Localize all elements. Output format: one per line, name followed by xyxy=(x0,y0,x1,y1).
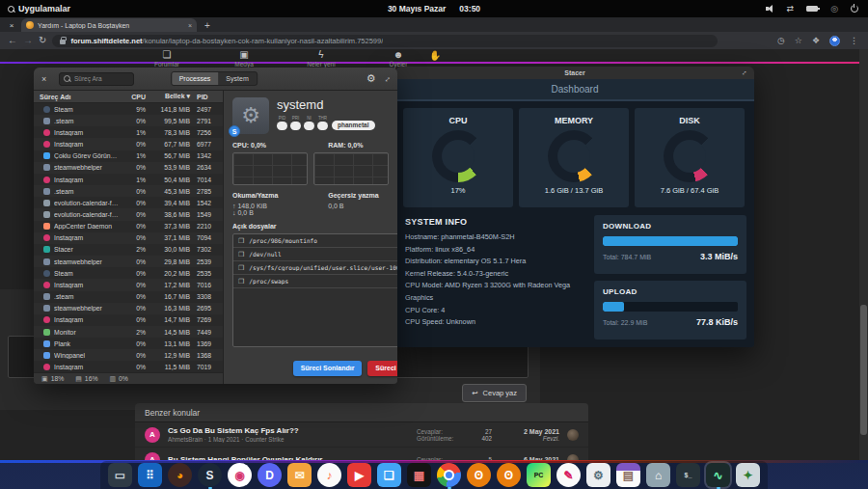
back-button[interactable]: ← xyxy=(8,36,17,45)
process-row[interactable]: steamwebhelper 0% 16,3 MiB 2695 xyxy=(34,303,223,314)
settings-gear-icon[interactable]: ⚙ xyxy=(366,73,376,84)
forum-nav-item[interactable]: ϟ Neler yeni xyxy=(297,49,345,68)
column-memory[interactable]: Bellek ▾ xyxy=(146,93,190,100)
topic-last-user[interactable]: Fevzi. xyxy=(500,435,559,442)
history-icon[interactable]: ◷ xyxy=(777,37,785,45)
dock-item[interactable]: ◕ xyxy=(168,463,192,487)
dock-item[interactable]: ∿ xyxy=(706,463,730,487)
open-file-row[interactable]: ❐ /proc/swaps xyxy=(233,275,397,288)
datetime-indicator[interactable]: 30 Mayıs Pazar03:50 xyxy=(0,4,868,14)
topic-avatar[interactable]: A xyxy=(145,452,160,461)
dock-item[interactable]: ⠿ xyxy=(138,463,162,487)
dock-item[interactable]: ▭ xyxy=(108,463,132,487)
forum-nav-item[interactable]: ☻ Üyeler xyxy=(374,49,422,68)
process-cpu: 0% xyxy=(119,200,146,206)
topic-row[interactable]: A Cs Go Da Bu Sistem Kaç Fps Alır?? Ahme… xyxy=(135,422,588,448)
bookmark-star-icon[interactable]: ☆ xyxy=(795,37,802,45)
dock-item[interactable]: ʘ xyxy=(497,463,521,487)
topic-title[interactable]: Cs Go Da Bu Sistem Kaç Fps Alır?? xyxy=(168,426,409,435)
monitor-titlebar[interactable]: × Süreç Ara Processes System ⚙ ↕ xyxy=(34,68,397,91)
applications-menu[interactable]: Uygulamalar xyxy=(0,4,70,14)
maximize-icon[interactable]: ↕ xyxy=(740,68,748,77)
process-row[interactable]: Çoklu Görev Görünümü 1% 56,7 MiB 1342 xyxy=(34,150,223,162)
process-row[interactable]: Plank 0% 13,1 MiB 1369 xyxy=(34,338,223,349)
dock-item[interactable]: ✦ xyxy=(736,463,760,487)
close-icon[interactable]: × xyxy=(41,74,51,84)
browser-tab[interactable]: Yardım - Laptop Da Boştayken × xyxy=(21,18,197,32)
open-file-row[interactable]: ❐ /sys/fs/cgroup/unified/user.slice/user… xyxy=(233,261,397,275)
stacer-titlebar[interactable]: Stacer ↕ xyxy=(395,67,754,79)
process-row[interactable]: steamwebhelper 0% 53,9 MiB 2634 xyxy=(34,162,223,174)
end-process-button[interactable]: Süreci Sonlandır xyxy=(293,361,363,376)
dock-item[interactable]: ▦ xyxy=(407,463,431,487)
process-row[interactable]: Steam 9% 141,8 MiB 2497 xyxy=(34,103,223,115)
process-row[interactable]: Instagram 1% 78,3 MiB 7256 xyxy=(34,126,223,138)
dock-item[interactable]: ♪ xyxy=(317,463,341,487)
dock-item[interactable]: ▤ xyxy=(616,463,640,487)
dock-item[interactable]: ⚙ xyxy=(586,463,610,487)
column-cpu[interactable]: CPU xyxy=(119,94,146,100)
process-row[interactable]: .steam 0% 99,5 MiB 2791 xyxy=(34,115,223,126)
extensions-icon[interactable]: ❖ xyxy=(812,37,820,45)
dock-item[interactable]: ⌂ xyxy=(646,463,670,487)
process-row[interactable]: Instagram 1% 50,4 MiB 7014 xyxy=(34,174,223,185)
battery-icon[interactable] xyxy=(806,6,818,12)
scrollbar-thumb[interactable] xyxy=(860,305,867,435)
process-row[interactable]: evolution-calendar-factory-subproc… 0% 3… xyxy=(34,208,223,220)
dock-item[interactable]: ʘ xyxy=(467,463,491,487)
power-icon[interactable] xyxy=(851,5,858,13)
kill-process-button[interactable]: Süreci Öldür xyxy=(367,361,397,376)
dock-item[interactable]: ▶ xyxy=(347,463,371,487)
dock-item[interactable] xyxy=(437,463,461,487)
open-file-row[interactable]: ❐ /proc/986/mountinfo xyxy=(233,234,397,248)
page-scrollbar[interactable] xyxy=(859,49,868,460)
tab-close-icon[interactable]: × xyxy=(188,22,192,29)
process-row[interactable]: .steam 0% 45,3 MiB 2785 xyxy=(34,185,223,197)
new-tab-button[interactable]: + xyxy=(204,19,210,32)
dock-item[interactable]: ❏ xyxy=(377,463,401,487)
topic-row[interactable]: A Bu Sistem Hangi Popüler Oyunları Kaldı… xyxy=(135,448,588,460)
browser-menu-icon[interactable]: ⋮ xyxy=(850,37,858,45)
dock-item[interactable]: PC xyxy=(527,463,551,487)
maximize-icon[interactable]: ↕ xyxy=(383,73,393,83)
process-row[interactable]: Instagram 0% 37,1 MiB 7094 xyxy=(34,232,223,244)
process-row[interactable]: Instagram 0% 14,7 MiB 7269 xyxy=(34,314,223,326)
dock-item[interactable]: ✎ xyxy=(556,463,581,487)
process-row[interactable]: Instagram 0% 11,5 MiB 7019 xyxy=(34,361,223,372)
forward-button[interactable]: → xyxy=(23,36,33,45)
column-name[interactable]: Süreç Adı xyxy=(34,94,119,100)
forum-nav-item[interactable]: ▣ Medya xyxy=(220,49,268,68)
process-search-input[interactable]: Süreç Ara xyxy=(59,72,134,86)
column-pid[interactable]: PID xyxy=(190,94,223,100)
process-row[interactable]: .steam 0% 16,7 MiB 3308 xyxy=(34,291,223,303)
profile-avatar[interactable] xyxy=(829,36,840,46)
reply-button[interactable]: ↩ Cevap yaz xyxy=(462,384,527,402)
process-row[interactable]: steamwebhelper 0% 29,8 MiB 2539 xyxy=(34,256,223,267)
process-row[interactable]: evolution-calendar-factory 0% 39,4 MiB 1… xyxy=(34,197,223,208)
window-close-button[interactable]: × xyxy=(4,19,19,32)
last-poster-avatar[interactable] xyxy=(567,429,579,441)
process-row[interactable]: Instagram 0% 17,2 MiB 7016 xyxy=(34,279,223,290)
process-row[interactable]: Monitor 2% 14,5 MiB 7449 xyxy=(34,326,223,338)
process-row[interactable]: AppCenter Daemon 0% 37,3 MiB 2210 xyxy=(34,221,223,232)
volume-icon[interactable] xyxy=(766,5,774,13)
dock-item[interactable]: D xyxy=(258,463,282,487)
process-row[interactable]: Steam 0% 20,2 MiB 2535 xyxy=(34,267,223,279)
address-bar[interactable]: forum.shiftdelete.net/konular/laptop-da-… xyxy=(52,35,718,47)
dock-item[interactable]: ◉ xyxy=(228,463,252,487)
forum-nav-item[interactable]: ⚖ Kura xyxy=(451,49,461,68)
reload-button[interactable]: ↻ xyxy=(39,36,46,45)
network-icon[interactable]: ⇄ xyxy=(787,5,795,14)
process-row[interactable]: Instagram 0% 67,7 MiB 6977 xyxy=(34,138,223,149)
process-row[interactable]: Wingpanel 0% 12,9 MiB 1368 xyxy=(34,349,223,361)
tab-processes[interactable]: Processes xyxy=(172,72,219,85)
dock-item[interactable]: $_ xyxy=(676,463,700,487)
dock-item[interactable]: S xyxy=(198,463,222,487)
dock-item[interactable]: ✉ xyxy=(287,463,312,487)
process-row[interactable]: Stacer 2% 30,0 MiB 7302 xyxy=(34,244,223,256)
session-icon[interactable]: ◎ xyxy=(830,5,838,14)
topic-avatar[interactable]: A xyxy=(145,427,160,443)
open-file-row[interactable]: ❐ /dev/null xyxy=(233,248,397,261)
forum-nav-item[interactable]: ❏ Forumlar xyxy=(143,49,191,68)
tab-system[interactable]: System xyxy=(218,72,256,85)
